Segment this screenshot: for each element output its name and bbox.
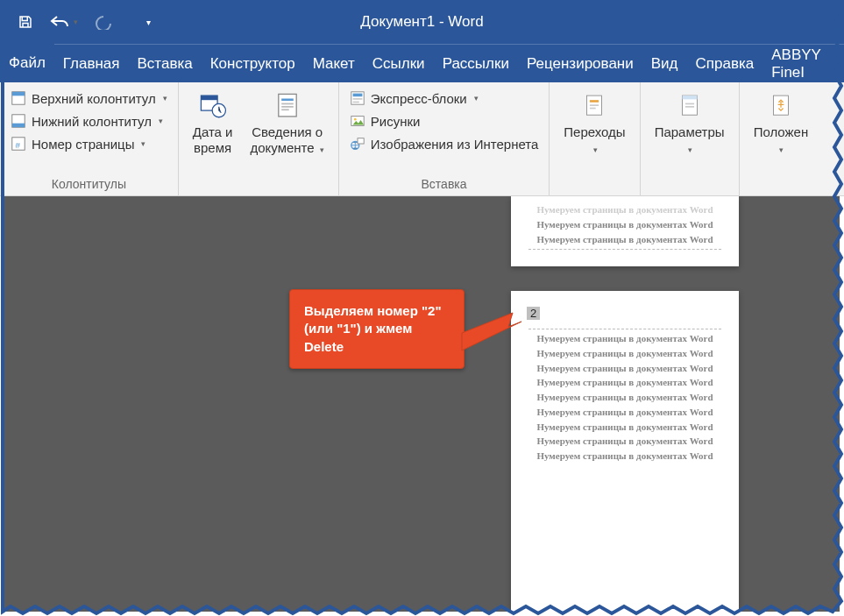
tab-file[interactable]: Файл	[0, 44, 54, 82]
tab-layout[interactable]: Макет	[304, 44, 364, 82]
body-text: Нумеруем страницы в документах Word	[528, 421, 721, 434]
page-number-button-label: Номер страницы	[32, 137, 134, 152]
group-navigation: Переходы▾ .	[550, 82, 640, 195]
position-button[interactable]: Положен▾	[748, 88, 814, 159]
footer-button[interactable]: Нижний колонтитул ▾	[9, 110, 169, 131]
chevron-down-icon: ▾	[159, 117, 163, 125]
svg-rect-29	[685, 106, 694, 108]
group-label: Вставка	[348, 174, 540, 195]
group-options: Параметры▾ .	[641, 82, 740, 195]
svg-rect-28	[685, 103, 694, 105]
tab-view[interactable]: Вид	[642, 44, 687, 82]
window-title: Документ1 - Word	[360, 13, 483, 31]
svg-text:#: #	[15, 140, 20, 150]
svg-rect-27	[682, 96, 697, 99]
body-text: Нумеруем страницы в документах Word	[528, 450, 721, 463]
svg-rect-11	[281, 103, 294, 105]
quick-parts-button[interactable]: Экспресс-блоки ▾	[348, 88, 540, 109]
header-button[interactable]: Верхний колонтитул ▾	[9, 88, 169, 109]
body-text: Нумеруем страницы в документах Word	[528, 377, 721, 389]
svg-rect-24	[590, 104, 599, 106]
group-label: Колонтитулы	[9, 174, 169, 195]
svg-rect-10	[281, 99, 294, 102]
tab-mailings[interactable]: Рассылки	[434, 44, 518, 82]
header-button-label: Верхний колонтитул	[32, 91, 156, 106]
group-headers-footers: Верхний колонтитул ▾ Нижний колонтитул ▾…	[0, 82, 179, 195]
chevron-down-icon: ▾	[163, 94, 167, 103]
tab-home[interactable]: Главная	[54, 44, 129, 82]
svg-rect-13	[281, 109, 289, 110]
chevron-down-icon: ▾	[688, 145, 692, 154]
document-canvas[interactable]: Нумеруем страницы в документах Word Нуме…	[4, 196, 840, 612]
chevron-down-icon: ▾	[74, 18, 78, 26]
tab-help[interactable]: Справка	[687, 44, 763, 82]
navigation-button[interactable]: Переходы▾	[558, 88, 630, 159]
body-text: Нумеруем страницы в документах Word	[528, 435, 721, 448]
body-text: Нумеруем страницы в документах Word	[528, 204, 721, 216]
body-text: Нумеруем страницы в документах Word	[528, 392, 721, 404]
group-position: Положен▾ .	[740, 82, 823, 195]
chevron-down-icon: ▾	[593, 145, 598, 154]
body-text: Нумеруем страницы в документах Word	[528, 234, 721, 246]
online-pictures-button[interactable]: Изображения из Интернета	[348, 133, 540, 154]
svg-rect-12	[281, 106, 294, 108]
pictures-button[interactable]: Рисунки	[348, 110, 540, 131]
annotation-callout: Выделяем номер "2" (или "1") и жмем Dele…	[289, 289, 465, 369]
footer-button-label: Нижний колонтитул	[32, 114, 152, 129]
body-text: Нумеруем страницы в документах Word	[528, 407, 721, 419]
svg-rect-1	[12, 92, 25, 96]
svg-rect-17	[352, 102, 358, 103]
page-number-button[interactable]: # Номер страницы ▾	[9, 133, 169, 154]
redo-button[interactable]	[94, 14, 113, 30]
chevron-down-icon: ▾	[474, 94, 479, 103]
svg-rect-21	[358, 138, 364, 144]
undo-button[interactable]: ▾	[49, 14, 78, 30]
svg-point-19	[354, 118, 357, 121]
ribbon-tabs: Файл Главная Вставка Конструктор Макет С…	[0, 44, 844, 82]
svg-rect-16	[352, 98, 362, 100]
options-button[interactable]: Параметры▾	[649, 88, 730, 159]
tab-abbyy[interactable]: ABBYY FineI	[762, 44, 844, 82]
svg-rect-9	[278, 94, 295, 116]
pictures-label: Рисунки	[371, 114, 421, 129]
date-time-button[interactable]: Дата ивремя	[188, 88, 238, 159]
header-boundary	[528, 329, 721, 329]
chevron-down-icon: ▾	[779, 145, 784, 154]
tab-references[interactable]: Ссылки	[364, 44, 434, 82]
document-page-1[interactable]: Нумеруем страницы в документах Word Нуме…	[511, 196, 739, 266]
quick-parts-label: Экспресс-блоки	[371, 91, 467, 106]
qat-customize[interactable]: ▾	[146, 18, 151, 27]
save-button[interactable]	[18, 14, 33, 30]
tab-insert[interactable]: Вставка	[129, 44, 202, 82]
group-insert-info: Дата ивремя Сведения одокументе ▾ Вставк…	[179, 82, 339, 195]
chevron-down-icon: ▾	[141, 139, 145, 148]
chevron-down-icon: ▾	[320, 145, 324, 154]
body-text: Нумеруем страницы в документах Word	[528, 333, 721, 345]
document-info-button[interactable]: Сведения одокументе ▾	[245, 88, 330, 159]
svg-rect-23	[590, 100, 599, 103]
svg-rect-7	[201, 96, 217, 100]
body-text: Нумеруем страницы в документах Word	[528, 219, 721, 231]
callout-arrow	[460, 311, 530, 364]
body-text: Нумеруем страницы в документах Word	[528, 348, 721, 360]
tab-design[interactable]: Конструктор	[202, 44, 304, 82]
title-bar: ▾ ▾ Документ1 - Word	[0, 0, 844, 44]
svg-rect-25	[590, 108, 596, 110]
quick-access-toolbar: ▾ ▾	[18, 14, 151, 30]
svg-rect-3	[12, 124, 25, 128]
tab-review[interactable]: Рецензировани	[518, 44, 642, 82]
document-page-2[interactable]: 2 Нумеруем страницы в документах Word Ну…	[511, 291, 739, 612]
online-pictures-label: Изображения из Интернета	[371, 137, 538, 152]
group-insert: Экспресс-блоки ▾ Рисунки Изображения из …	[339, 82, 550, 195]
body-text: Нумеруем страницы в документах Word	[528, 363, 721, 375]
ribbon: Верхний колонтитул ▾ Нижний колонтитул ▾…	[0, 82, 844, 196]
footer-boundary	[528, 249, 721, 250]
callout-text: Выделяем номер "2" (или "1") и жмем Dele…	[304, 303, 442, 354]
svg-rect-15	[352, 94, 362, 97]
